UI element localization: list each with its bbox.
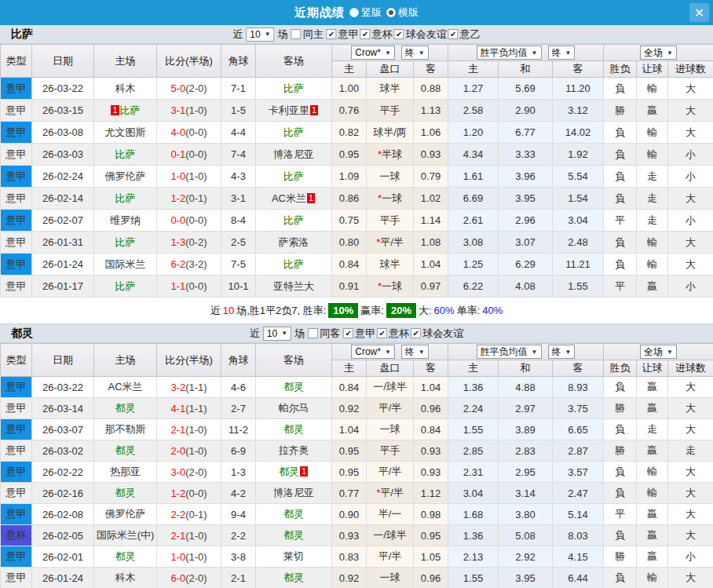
handicap-text: 球半/两 (373, 126, 407, 138)
same-venue-checkbox[interactable]: 同客 (308, 327, 340, 341)
section-header-torino: 都灵 近 10 ▼ 场 同客 ✔意甲✔意杯✔球会友谊 (0, 324, 713, 343)
date-cell: 26-03-07 (32, 419, 94, 440)
league-filter-checkbox[interactable]: ✔意乙 (448, 27, 481, 42)
odds-final-select[interactable]: 终 ▼ (401, 345, 429, 359)
result-handicap-cell: 輸 (637, 122, 668, 144)
corners-cell: 10-1 (221, 276, 256, 298)
sub-col-header: 主 (332, 360, 367, 377)
avg-final-select[interactable]: 终 ▼ (548, 46, 576, 60)
date-cell: 26-02-16 (32, 483, 94, 504)
date-cell: 26-02-01 (32, 546, 94, 568)
halftime-score: (0-1) (185, 192, 207, 204)
home-team-name: 科木 (115, 572, 136, 583)
filters-bar: 近 10 ▼ 场 同主 ✔意甲✔意杯✔球会友谊✔意乙 (232, 27, 480, 42)
dialog-title: 近期战绩 (294, 5, 345, 20)
result-wdl-cell: 負 (604, 232, 637, 254)
odds-header-cell: Crow* ▼ 终 ▼ (332, 45, 448, 61)
corners-cell: 4-3 (221, 166, 256, 188)
match-count-select[interactable]: 10 ▼ (263, 327, 291, 341)
league-filter-checkbox[interactable]: ✔意甲 (327, 27, 359, 42)
handicap-text: 一球 (380, 572, 400, 583)
away-odds-cell: 0.93 (414, 440, 448, 462)
avg-away-cell: 5.14 (553, 504, 604, 525)
handicap-text: 一/球半 (373, 529, 407, 541)
avg-draw-cell: 2.97 (499, 398, 553, 419)
result-wdl-cell: 平 (604, 276, 637, 298)
away-odds-cell: 1.02 (414, 188, 448, 210)
league-filter-checkbox[interactable]: ✔球会友谊 (411, 327, 463, 341)
home-odds-cell: 0.92 (332, 398, 367, 419)
avg-away-cell: 8.93 (553, 377, 604, 398)
layout-horizontal-radio[interactable]: 横版 (386, 5, 419, 20)
home-team-name: 比萨 (115, 236, 136, 248)
avg-type-select[interactable]: 胜平负均值 ▼ (477, 46, 542, 60)
home-odds-cell: 0.90 (332, 504, 367, 525)
result-wdl-cell: 勝 (604, 440, 637, 462)
avg-draw-cell: 4.08 (499, 276, 553, 298)
match-count-select[interactable]: 10 ▼ (246, 27, 274, 42)
fulltime-score: 5-0 (170, 82, 185, 94)
league-filter-checkbox[interactable]: ✔意杯 (377, 327, 409, 341)
avg-draw-cell: 3.33 (499, 144, 553, 166)
avg-draw-cell: 2.83 (499, 440, 553, 462)
avg-header-cell: 胜平负均值 ▼ 终 ▼ (448, 344, 604, 360)
corners-cell: 6-9 (221, 440, 256, 462)
score-cell: 1-3(0-2) (157, 232, 221, 254)
avg-draw-cell: 2.95 (499, 462, 553, 483)
avg-final-value: 终 (552, 46, 561, 60)
halftime-score: (1-1) (185, 382, 207, 393)
match-row: 意甲26-01-24科木6-0(2-0)2-1都灵0.92一球0.961.553… (1, 568, 713, 588)
match-row: 意甲26-02-24佛罗伦萨1-0(1-0)4-3比萨1.09一球0.791.6… (1, 166, 713, 188)
corners-cell: 7-1 (221, 78, 256, 100)
avg-away-cell: 14.02 (553, 122, 604, 144)
away-odds-cell: 1.04 (414, 254, 448, 276)
layout-vertical-radio[interactable]: 竖版 (349, 5, 382, 20)
away-team-name: 都灵 (283, 423, 304, 435)
col-type: 类型 (1, 45, 32, 78)
close-button[interactable]: ✕ (689, 3, 709, 22)
avg-draw-cell: 6.29 (499, 254, 553, 276)
odds-company-select[interactable]: Crow* ▼ (351, 345, 395, 359)
league-filter-checkbox[interactable]: ✔球会友谊 (394, 27, 447, 42)
league-filter-checkbox[interactable]: ✔意杯 (360, 27, 393, 42)
avg-type-select[interactable]: 胜平负均值 ▼ (477, 345, 542, 359)
avg-away-cell: 2.87 (553, 440, 604, 462)
chevron-down-icon: ▼ (419, 49, 425, 57)
home-odds-cell: 0.95 (332, 462, 367, 483)
match-row: 意甲26-03-03比萨0-1(0-0)7-4博洛尼亚0.95*半球0.934.… (1, 144, 713, 166)
avg-final-select[interactable]: 终 ▼ (548, 345, 576, 359)
away-team-cell: 比萨 (256, 166, 332, 188)
home-team-name: 比萨 (120, 104, 141, 116)
scope-select[interactable]: 全场 ▼ (640, 46, 677, 60)
score-cell: 3-0(2-0) (157, 462, 221, 483)
close-icon: ✕ (694, 5, 704, 20)
date-cell: 26-03-14 (32, 398, 94, 419)
handicap-cell: *平/半 (367, 232, 414, 254)
away-team-cell: 帕尔马 (256, 398, 332, 419)
home-odds-cell: 0.95 (332, 440, 367, 462)
handicap-text: 平/半 (378, 550, 402, 562)
odds-header-cell: Crow* ▼ 终 ▼ (332, 344, 448, 360)
odds-company-select[interactable]: Crow* ▼ (351, 46, 395, 60)
away-team-cell: 拉齐奥 (256, 440, 332, 462)
score-cell: 2-1(1-0) (157, 525, 221, 546)
league-filter-label: 意杯 (389, 327, 409, 341)
result-goals-cell: 小 (668, 210, 713, 232)
sub-col-header: 客 (553, 360, 604, 377)
same-venue-checkbox[interactable]: 同主 (291, 27, 324, 42)
result-goals-cell: 大 (668, 232, 713, 254)
odds-final-select[interactable]: 终 ▼ (401, 46, 429, 60)
avg-home-cell: 1.36 (448, 525, 499, 546)
home-team-cell: 维罗纳 (94, 210, 157, 232)
home-team-cell: 都灵 (94, 398, 157, 419)
league-filter-checkbox[interactable]: ✔意甲 (343, 327, 375, 341)
date-cell: 26-03-22 (32, 78, 94, 100)
home-team-cell: AC米兰 (94, 377, 157, 398)
torino-results-table: 类型 日期 主场 比分(半场) 角球 客场 Crow* ▼ 终 ▼ (0, 343, 713, 588)
scope-select[interactable]: 全场 ▼ (640, 345, 677, 359)
avg-away-cell: 3.75 (553, 398, 604, 419)
sub-col-header: 主 (448, 61, 499, 78)
away-team-cell: 比萨 (256, 122, 332, 144)
league-type-cell: 意甲 (1, 78, 32, 100)
league-type-cell: 意甲 (1, 419, 32, 440)
